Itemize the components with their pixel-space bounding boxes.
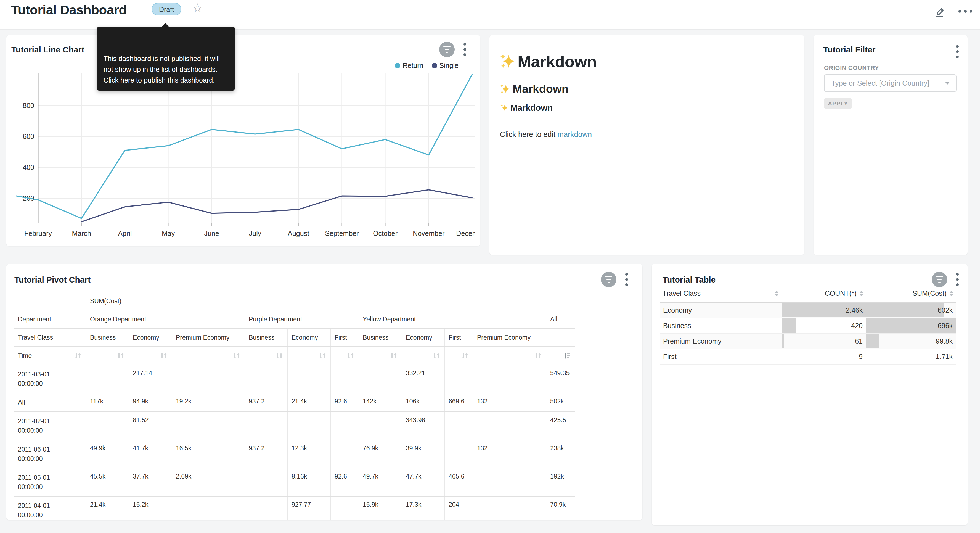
pivot-value-cell — [245, 496, 288, 520]
pivot-sort-cell — [172, 346, 245, 365]
sort-icon[interactable] — [534, 351, 542, 360]
sort-icon[interactable] — [461, 351, 469, 360]
line-chart-card: Tutorial Line Chart ReturnSingle 2004006… — [6, 35, 480, 246]
pivot-value-cell: 343.98 — [402, 412, 445, 440]
sort-caret-icon — [775, 291, 779, 296]
sparkles-icon — [500, 104, 508, 112]
pivot-value-cell: 92.6 — [331, 393, 359, 412]
pivot-value-cell: 132 — [473, 440, 546, 468]
sort-caret-icon — [949, 291, 953, 296]
pivot-class-header: Economy — [402, 328, 445, 346]
apply-button[interactable]: APPLY — [824, 98, 852, 109]
pivot-value-cell: 217.14 — [129, 365, 172, 393]
pivot-value-cell — [359, 365, 402, 393]
pivot-value-cell — [288, 365, 331, 393]
pivot-value-cell: 70.9k — [546, 496, 575, 520]
pivot-value-cell — [172, 496, 245, 520]
markdown-h3: Markdown — [500, 103, 553, 113]
sort-caret-icon — [859, 291, 863, 296]
applied-filter-icon[interactable] — [932, 272, 947, 287]
filter-card-header-icons — [955, 43, 960, 60]
sort-icon[interactable] — [116, 351, 125, 360]
pivot-row: All117k94.9k19.2k937.221.4k92.6142k106k6… — [14, 393, 575, 412]
svg-text:400: 400 — [23, 163, 34, 171]
sort-icon[interactable] — [159, 351, 168, 360]
pivot-class-header: First — [445, 328, 473, 346]
pivot-value-cell: 669.6 — [445, 393, 473, 412]
pivot-class-row: Travel ClassBusinessEconomyPremium Econo… — [14, 328, 575, 346]
edit-dashboard-icon[interactable] — [934, 5, 946, 18]
pivot-value-cell: 204 — [445, 496, 473, 520]
sort-icon[interactable] — [390, 351, 398, 360]
sort-icon[interactable] — [347, 351, 355, 360]
chart-menu-icon[interactable] — [955, 271, 960, 288]
pivot-time-label: Time — [14, 346, 86, 365]
pivot-value-cell: 19.2k — [172, 393, 245, 412]
sort-icon[interactable] — [232, 351, 241, 360]
edit-markdown-link[interactable]: markdown — [558, 130, 592, 139]
pivot-value-cell: 16.5k — [172, 440, 245, 468]
pivot-value-cell: 41.7k — [129, 440, 172, 468]
pivot-class-header: Business — [245, 328, 288, 346]
pivot-value-cell — [245, 365, 288, 393]
pivot-value-cell: 39.9k — [402, 440, 445, 468]
travel-class-cell: Business — [660, 318, 781, 334]
pivot-value-cell — [86, 412, 129, 440]
pivot-value-cell: 81.52 — [129, 412, 172, 440]
pivot-value-cell — [473, 468, 546, 496]
chart-menu-icon[interactable] — [624, 271, 630, 288]
sort-descending-icon[interactable] — [563, 351, 571, 360]
pivot-chart-card: Tutorial Pivot Chart SUM(Cost)Department… — [6, 264, 643, 520]
pivot-value-cell: 15.9k — [359, 496, 402, 520]
svg-text:July: July — [249, 230, 261, 237]
publish-tooltip[interactable]: This dashboard is not published, it will… — [97, 27, 235, 91]
pivot-corner-cell — [14, 292, 86, 310]
status-badge-draft[interactable]: Draft — [151, 3, 181, 16]
pivot-row-label: 2011-02-01 00:00:00 — [14, 412, 86, 440]
pivot-class-header: Business — [359, 328, 402, 346]
pivot-value-cell: 465.6 — [445, 468, 473, 496]
pivot-value-cell: 21.4k — [86, 496, 129, 520]
pivot-value-cell: 937.2 — [245, 440, 288, 468]
tooltip-arrow — [161, 23, 169, 27]
origin-country-select[interactable]: Type or Select [Origin Country] — [824, 74, 956, 92]
pivot-value-cell: 192k — [546, 468, 575, 496]
pivot-value-cell: 15.2k — [129, 496, 172, 520]
column-header-1[interactable]: COUNT(*) — [781, 289, 866, 302]
sort-icon[interactable] — [275, 351, 283, 360]
pivot-value-cell: 425.5 — [546, 412, 575, 440]
svg-text:December: December — [456, 230, 475, 237]
pivot-value-cell: 2.69k — [172, 468, 245, 496]
pivot-value-cell: 49.9k — [86, 440, 129, 468]
pivot-value-cell: 106k — [402, 393, 445, 412]
sum-cell: 696k — [866, 318, 956, 334]
pivot-group-header: Purple Department — [245, 310, 359, 328]
sum-cell: 1.71k — [866, 349, 956, 364]
sort-icon[interactable] — [74, 351, 82, 360]
pivot-sort-cell — [473, 346, 546, 365]
applied-filter-icon[interactable] — [601, 272, 616, 287]
sort-icon[interactable] — [318, 351, 326, 360]
pivot-value-cell: 45.5k — [86, 468, 129, 496]
pivot-value-cell: 37.7k — [129, 468, 172, 496]
more-actions-icon[interactable] — [958, 10, 972, 13]
markdown-card[interactable]: Markdown Markdown Markdown Click here to… — [490, 35, 804, 255]
filter-menu-icon[interactable] — [955, 43, 960, 60]
pivot-value-cell: 502k — [546, 393, 575, 412]
favorite-star-icon[interactable]: ☆ — [191, 0, 205, 15]
pivot-dimension-label: Department — [14, 310, 86, 328]
pivot-value-cell: 937.2 — [245, 393, 288, 412]
svg-text:August: August — [288, 230, 309, 237]
pivot-value-cell: 142k — [359, 393, 402, 412]
pivot-time-row: Time — [14, 346, 575, 365]
sort-icon[interactable] — [432, 351, 441, 360]
column-header-2[interactable]: SUM(Cost) — [866, 289, 956, 302]
pivot-metric-header: SUM(Cost) — [86, 292, 575, 310]
sparkles-icon — [500, 84, 511, 95]
column-header-0[interactable]: Travel Class — [660, 289, 781, 302]
origin-country-label: ORIGIN COUNTRY — [824, 64, 879, 72]
pivot-value-cell: 76.9k — [359, 440, 402, 468]
pivot-value-cell: 132 — [473, 393, 546, 412]
sparkles-icon — [500, 54, 515, 70]
pivot-sort-cell — [86, 346, 129, 365]
